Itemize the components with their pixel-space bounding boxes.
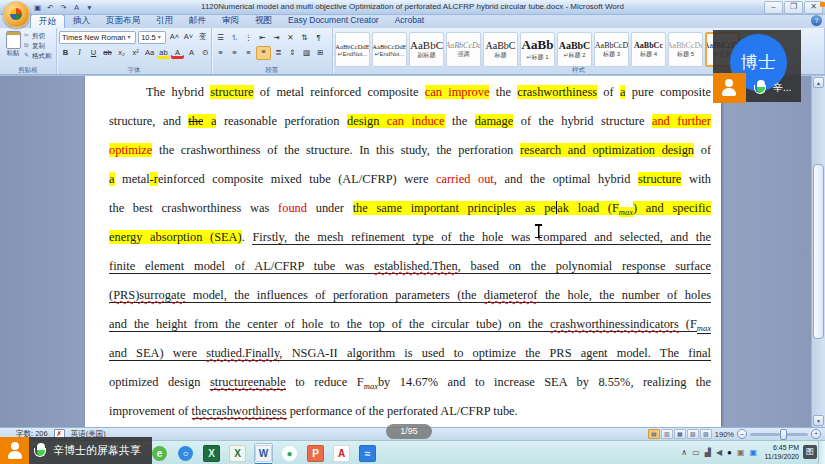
taskbar-ie[interactable]: e [150, 443, 169, 464]
scroll-down-icon[interactable]: ▼ [813, 415, 824, 426]
tray-app-icon[interactable]: ▣ [737, 441, 745, 464]
justify-button[interactable]: ≡ [256, 46, 271, 60]
align-left-button[interactable]: ≡ [214, 47, 227, 59]
tab-开始[interactable]: 开始 [30, 14, 65, 28]
tab-引用[interactable]: 引用 [148, 14, 181, 28]
font-color-icon[interactable]: A [71, 2, 82, 13]
decrease-indent-button[interactable]: ⇤ [256, 32, 269, 44]
microphone-icon[interactable] [757, 80, 765, 93]
office-button[interactable] [3, 1, 30, 28]
sort-button[interactable]: ⇅ [298, 32, 311, 44]
taskbar-app-blue[interactable]: ≈ [358, 443, 377, 464]
tab-页面布局[interactable]: 页面布局 [98, 14, 148, 28]
font-name-select[interactable]: Times New Roman▾ [59, 31, 136, 44]
increase-indent-button[interactable]: ⇥ [270, 32, 283, 44]
participant-video-tile[interactable] [713, 73, 746, 103]
strikethrough-button[interactable]: ab [101, 47, 114, 59]
sharer-tile[interactable] [0, 437, 29, 464]
change-case-button[interactable]: Aa [143, 47, 156, 59]
copy-button[interactable]: ⧉复制 [24, 41, 52, 50]
document-page[interactable]: The hybrid structure of metal reinforced… [85, 76, 721, 427]
style-gallery-item-标题1[interactable]: AaBb↵标题 1 [520, 32, 555, 67]
style-gallery-item-副标题[interactable]: AaBbC副标题 [409, 32, 444, 67]
zoom-in-button[interactable]: + [811, 429, 821, 439]
redo-icon[interactable]: ↷ [58, 2, 69, 13]
style-gallery-item-标题2[interactable]: AaBbC↵标题 2 [557, 32, 592, 67]
zoom-slider[interactable] [750, 433, 808, 436]
draft-view-button[interactable]: ▨ [700, 429, 712, 439]
web-layout-view-button[interactable]: ▦ [674, 429, 686, 439]
undo-icon[interactable]: ↶ [45, 2, 56, 13]
highlight-button[interactable]: ab [157, 47, 170, 59]
char-border-button[interactable]: A [185, 47, 198, 59]
microphone-icon[interactable] [37, 443, 45, 456]
font-color-button[interactable]: A [171, 47, 184, 59]
tab-邮件[interactable]: 邮件 [181, 14, 214, 28]
bold-button[interactable]: B [59, 47, 72, 59]
phonetic-guide-icon[interactable]: 变 [196, 31, 209, 43]
shrink-font-icon[interactable]: A˅ [182, 31, 195, 43]
superscript-button[interactable]: x² [129, 47, 142, 59]
tray-ime-icon[interactable]: 图 [803, 445, 817, 459]
borders-button[interactable]: ⊞ [314, 47, 327, 59]
tray-meeting-icon[interactable]: ▣ [749, 441, 757, 464]
show-desktop-button[interactable] [818, 441, 825, 464]
font-size-select[interactable]: 10.5▾ [138, 31, 166, 44]
italic-button[interactable]: I [73, 47, 86, 59]
taskbar-word[interactable]: W [254, 443, 273, 464]
customize-quick-access-icon[interactable]: ▾ [84, 2, 95, 13]
taskbar-excel[interactable]: X [228, 443, 247, 464]
tray-computer-icon[interactable]: ▭ [692, 441, 700, 464]
grow-font-icon[interactable]: A˄ [168, 31, 181, 43]
save-icon[interactable]: ▣ [32, 2, 43, 13]
distribute-button[interactable]: ≣ [272, 47, 285, 59]
zoom-slider-handle[interactable] [780, 429, 787, 440]
full-screen-view-button[interactable]: ▥ [661, 429, 673, 439]
outline-view-button[interactable]: ▧ [687, 429, 699, 439]
taskbar-app-green-circle[interactable]: ● [280, 443, 299, 464]
print-layout-view-button[interactable]: ▤ [648, 429, 660, 439]
scroll-up-icon[interactable]: ▲ [813, 77, 824, 88]
tray-qq-icon[interactable]: ● [727, 441, 732, 464]
numbering-button[interactable]: ⒈ [228, 32, 241, 44]
show-marks-button[interactable]: ¶ [312, 32, 325, 44]
cut-button[interactable]: ✂剪切 [24, 31, 52, 40]
bullets-button[interactable]: ☰ [214, 32, 227, 44]
format-painter-button[interactable]: ✎格式刷 [24, 51, 52, 60]
zoom-out-button[interactable]: – [737, 429, 747, 439]
style-gallery-item-EndNot[interactable]: AaBbCcDdE↵EndNot... [335, 32, 370, 67]
tab-Acrobat[interactable]: Acrobat [387, 14, 432, 28]
tray-network-icon[interactable]: ▟ [705, 441, 711, 464]
subscript-button[interactable]: x₂ [115, 47, 128, 59]
taskbar-clock[interactable]: 6:45 PM 11/19/2020 [764, 443, 799, 461]
asian-layout-button[interactable]: ✕ [284, 32, 297, 44]
help-icon[interactable]: ? [811, 15, 822, 26]
tray-expand-icon[interactable]: ∧ [681, 441, 687, 464]
style-gallery-item-标题[interactable]: AaBbC标题 [483, 32, 518, 67]
style-gallery-item-标题5[interactable]: AaBbCcDd标题 5 [668, 32, 703, 67]
maximize-button[interactable]: ❐ [784, 1, 803, 14]
align-center-button[interactable]: ≡ [228, 47, 241, 59]
taskbar-acrobat[interactable]: A [332, 443, 351, 464]
scrollbar-thumb[interactable] [813, 164, 824, 339]
minimize-button[interactable]: – [764, 1, 783, 14]
style-gallery-item-EndNot[interactable]: AaBbCcDdE↵EndNot... [372, 32, 407, 67]
zoom-level[interactable]: 190% [715, 430, 734, 439]
shading-button[interactable]: ▨ [300, 47, 313, 59]
line-spacing-button[interactable]: ⇕ [286, 47, 299, 59]
enclose-char-button[interactable]: ⊙ [199, 47, 212, 59]
align-right-button[interactable]: ≡ [242, 47, 255, 59]
underline-button[interactable]: U [87, 47, 100, 59]
tab-Easy Document Creator[interactable]: Easy Document Creator [280, 14, 387, 28]
tab-视图[interactable]: 视图 [247, 14, 280, 28]
tab-插入[interactable]: 插入 [65, 14, 98, 28]
style-gallery-item-标题3[interactable]: AaBbCcD标题 3 [594, 32, 629, 67]
tray-volume-icon[interactable]: ◀ [716, 441, 722, 464]
multilevel-list-button[interactable]: ⋮ [242, 32, 255, 44]
style-gallery-item-标题4[interactable]: AaBbCc标题 4 [631, 32, 666, 67]
vertical-scrollbar[interactable]: ▲ ▼ [811, 76, 825, 427]
style-gallery-item-强调[interactable]: AaBbCcDd强调 [446, 32, 481, 67]
tab-审阅[interactable]: 审阅 [214, 14, 247, 28]
taskbar-powerpoint[interactable]: P [306, 443, 325, 464]
taskbar-app-dark-green[interactable]: X [202, 443, 221, 464]
